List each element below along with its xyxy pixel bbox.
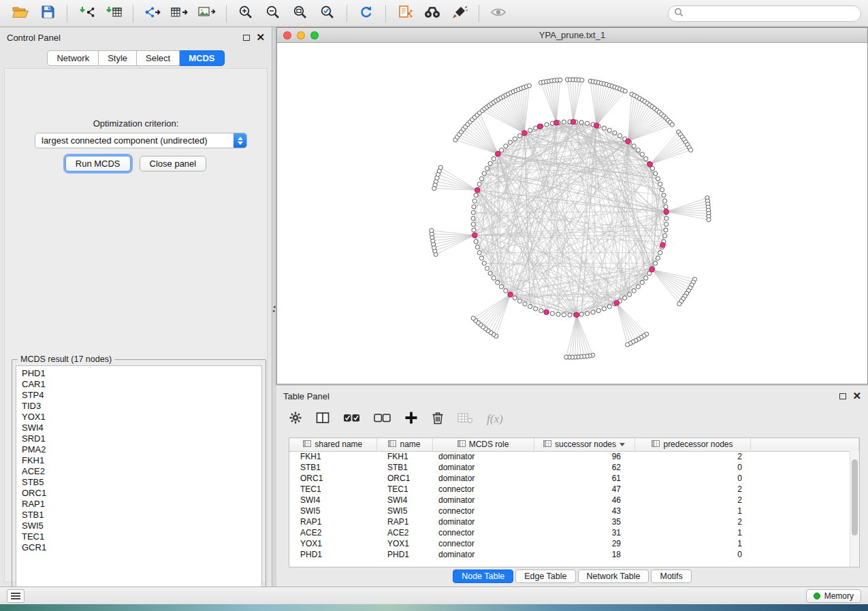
cell-shared-name[interactable]: FKH1 (289, 451, 376, 462)
mcds-result-item[interactable]: STB1 (22, 510, 261, 521)
memory-button[interactable]: Memory (806, 589, 861, 603)
tab-style[interactable]: Style (99, 50, 137, 66)
network-canvas[interactable] (277, 43, 867, 384)
apply-style-button[interactable] (446, 2, 473, 25)
cell-shared-name[interactable]: RAP1 (289, 516, 376, 527)
mcds-result-item[interactable]: GCR1 (22, 542, 261, 553)
table-header-row[interactable]: shared namenameMCDS rolesuccessor nodesp… (289, 438, 859, 451)
cell-successor-nodes[interactable]: 29 (534, 538, 634, 549)
zoom-in-button[interactable] (232, 2, 259, 25)
float-table-panel-icon[interactable] (839, 393, 846, 399)
cell-predecessor-nodes[interactable]: 1 (634, 538, 750, 549)
cell-mcds-role[interactable]: dominator (432, 495, 534, 506)
mcds-result-item[interactable]: CAR1 (22, 379, 261, 390)
mcds-result-item[interactable]: SWI4 (22, 423, 261, 433)
cell-predecessor-nodes[interactable]: 0 (634, 462, 750, 473)
run-mcds-button[interactable]: Run MCDS (65, 156, 131, 171)
node-table-grid[interactable]: shared namenameMCDS rolesuccessor nodesp… (289, 438, 859, 560)
select-all-rows-button[interactable] (343, 412, 360, 427)
open-file-button[interactable] (7, 2, 34, 25)
zoom-fit-button[interactable] (287, 2, 314, 25)
cell-predecessor-nodes[interactable]: 2 (634, 495, 750, 506)
cell-shared-name[interactable]: PHD1 (289, 549, 376, 560)
column-header-successor-nodes[interactable]: successor nodes (534, 438, 634, 451)
show-columns-button[interactable] (316, 412, 329, 427)
cell-predecessor-nodes[interactable]: 2 (634, 484, 750, 495)
cell-successor-nodes[interactable]: 31 (534, 527, 634, 538)
cell-mcds-role[interactable]: connector (432, 527, 534, 538)
close-panel-button[interactable]: Close panel (140, 156, 207, 171)
mcds-result-item[interactable]: STP4 (22, 390, 261, 401)
panel-menu-button[interactable] (7, 589, 25, 603)
cell-predecessor-nodes[interactable]: 0 (634, 549, 750, 560)
cell-mcds-role[interactable]: connector (432, 506, 534, 516)
zoom-out-button[interactable] (259, 2, 287, 25)
splitter-grip-icon[interactable]: ◂▸ (273, 305, 276, 313)
table-settings-button[interactable] (289, 411, 302, 427)
cell-mcds-role[interactable]: dominator (432, 549, 534, 560)
mcds-result-item[interactable]: FKH1 (22, 455, 261, 466)
cell-shared-name[interactable]: YOX1 (289, 538, 376, 549)
cell-successor-nodes[interactable]: 18 (534, 549, 634, 560)
cell-mcds-role[interactable]: dominator (432, 462, 534, 473)
show-hide-button[interactable] (485, 2, 512, 25)
export-network-button[interactable] (139, 2, 166, 25)
cell-shared-name[interactable]: ORC1 (289, 473, 376, 484)
cell-predecessor-nodes[interactable]: 1 (634, 506, 750, 516)
float-panel-icon[interactable] (243, 35, 250, 41)
cell-predecessor-nodes[interactable]: 1 (634, 527, 750, 538)
cell-filler[interactable] (750, 527, 859, 538)
cell-predecessor-nodes[interactable]: 0 (634, 473, 750, 484)
tab-node-table[interactable]: Node Table (453, 569, 513, 583)
table-row[interactable]: STB1STB1dominator620 (289, 462, 859, 473)
search-binoculars-button[interactable] (419, 2, 446, 25)
cell-name[interactable]: TEC1 (376, 484, 432, 495)
export-image-button[interactable] (193, 2, 221, 25)
cell-mcds-role[interactable]: connector (432, 484, 534, 495)
mcds-result-item[interactable]: STB5 (22, 477, 261, 488)
cell-predecessor-nodes[interactable]: 2 (634, 451, 750, 462)
cell-mcds-role[interactable]: dominator (432, 451, 534, 462)
tab-network-table[interactable]: Network Table (578, 569, 649, 583)
table-scrollbar[interactable] (850, 451, 859, 567)
table-row[interactable]: SWI4SWI4dominator462 (289, 495, 859, 506)
toolbar-search-box[interactable] (668, 5, 861, 22)
table-row[interactable]: PHD1PHD1dominator180 (289, 549, 859, 560)
column-header-predecessor-nodes[interactable]: predecessor nodes (634, 438, 750, 451)
cell-successor-nodes[interactable]: 61 (534, 473, 634, 484)
tab-network[interactable]: Network (47, 50, 99, 66)
mcds-result-item[interactable]: TID3 (22, 401, 261, 412)
cell-name[interactable]: SWI5 (376, 506, 432, 516)
table-row[interactable]: ORC1ORC1dominator610 (289, 473, 859, 484)
search-input[interactable] (687, 9, 855, 18)
save-session-button[interactable] (34, 2, 61, 25)
cell-filler[interactable] (750, 484, 859, 495)
zoom-selected-button[interactable] (314, 2, 341, 25)
cell-successor-nodes[interactable]: 62 (534, 462, 634, 473)
cell-name[interactable]: ORC1 (376, 473, 432, 484)
mcds-result-item[interactable]: ORC1 (22, 488, 261, 499)
mcds-result-item[interactable]: TEC1 (22, 531, 261, 542)
cell-successor-nodes[interactable]: 46 (534, 495, 634, 506)
export-table-button[interactable] (166, 2, 193, 25)
cell-name[interactable]: RAP1 (376, 516, 432, 527)
cell-shared-name[interactable]: ACE2 (289, 527, 376, 538)
cell-successor-nodes[interactable]: 43 (534, 506, 634, 516)
mcds-result-item[interactable]: PHD1 (22, 368, 261, 379)
column-header-name[interactable]: name (376, 438, 432, 451)
refresh-layout-button[interactable] (353, 2, 380, 25)
table-row[interactable]: TEC1TEC1connector472 (289, 484, 859, 495)
delete-columns-button[interactable] (432, 411, 444, 427)
table-body[interactable]: FKH1FKH1dominator962STB1STB1dominator620… (289, 451, 859, 560)
tab-edge-table[interactable]: Edge Table (515, 569, 575, 583)
scrollbar-thumb[interactable] (852, 459, 858, 535)
add-column-button[interactable] (404, 411, 418, 427)
cell-shared-name[interactable]: SWI5 (289, 506, 376, 516)
cell-filler[interactable] (750, 506, 859, 516)
cell-successor-nodes[interactable]: 47 (534, 484, 634, 495)
import-network-button[interactable] (73, 2, 100, 25)
mcds-result-item[interactable]: SRD1 (22, 433, 261, 444)
deselect-all-rows-button[interactable] (374, 412, 391, 427)
tab-motifs[interactable]: Motifs (651, 569, 691, 583)
cell-filler[interactable] (750, 495, 859, 506)
